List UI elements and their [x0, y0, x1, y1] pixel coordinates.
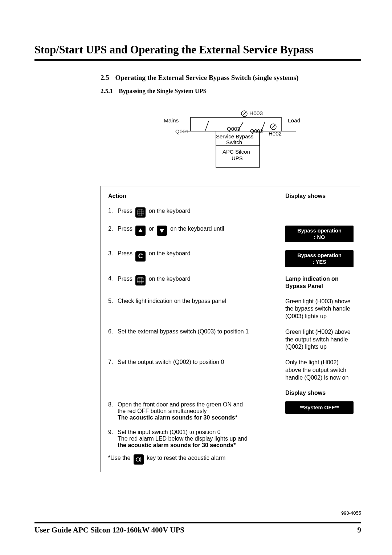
- dl-mains: Mains: [164, 117, 179, 124]
- r2-post: on the keyboard until: [170, 226, 224, 232]
- down-arrow-key-icon: [157, 226, 167, 236]
- r5-disp: Green light (H003) above the bypass swit…: [285, 298, 354, 320]
- row-1: 1. Press on the keyboard: [108, 207, 354, 218]
- dl-ups2: UPS: [232, 155, 243, 161]
- row-5: 5. Check light indication on the bypass …: [108, 298, 354, 320]
- subsection-number: 2.5.1: [101, 88, 113, 94]
- row-7: 7. Set the output switch (Q002) to posit…: [108, 359, 354, 381]
- section-heading: 2.5 Operating the External Service Bypas…: [101, 74, 361, 82]
- note-post: key to reset the acoustic alarm: [147, 455, 225, 461]
- row-9: 9. Set the input switch (Q001) to positi…: [108, 429, 354, 449]
- menu-key-icon: [135, 207, 146, 218]
- r3-num: 3.: [108, 250, 118, 257]
- dl-sw: Switch: [226, 139, 242, 145]
- r7-num: 7.: [108, 359, 118, 365]
- lamp-header-1: Lamp indication on: [285, 275, 354, 283]
- document-number: 990-4055: [341, 510, 361, 516]
- display-bypass-no: Bypass operation : NO: [285, 226, 354, 242]
- footer-guide: User Guide APC Silcon 120-160kW 400V UPS: [34, 526, 184, 535]
- up-arrow-key-icon: [135, 226, 146, 236]
- dl-h002: H002: [269, 130, 282, 137]
- r8-num: 8.: [108, 401, 118, 408]
- footer: User Guide APC Silcon 120-160kW 400V UPS…: [34, 522, 361, 535]
- display-header-2-row: Display shows: [108, 390, 354, 396]
- dl-ups1: APC Silcon: [222, 149, 250, 155]
- dl-load: Load: [288, 117, 300, 124]
- r1-post: on the keyboard: [149, 208, 191, 214]
- row-4: 4. Press on the keyboard Lamp indication…: [108, 275, 354, 290]
- row-3: 3. Press C on the keyboard Bypass operat…: [108, 250, 354, 267]
- r4-pre: Press: [118, 276, 132, 282]
- svg-line-7: [205, 121, 209, 131]
- dl-q001: Q001: [175, 128, 189, 134]
- row-8: 8. Open the front door and press the gre…: [108, 401, 354, 421]
- display-bypass-yes: Bypass operation : YES: [285, 250, 354, 267]
- r6-disp: Green light (H002) above the output swit…: [285, 328, 354, 351]
- wiring-diagram: Mains Load H003 Q001 Q003 Q002 H002 Serv…: [34, 109, 361, 177]
- r5-txt: Check light indication on the bypass pan…: [118, 298, 250, 304]
- dl-sb: Service Bypass: [216, 133, 253, 139]
- section-number: 2.5: [101, 74, 109, 81]
- alarm-reset-key-icon: [134, 454, 144, 465]
- procedure-table: Action Display shows 1. Press on the key…: [101, 186, 361, 472]
- document-page: Stop/Start UPS and Operating the Externa…: [0, 0, 392, 555]
- dl-q003: Q003: [227, 126, 240, 132]
- subsection-title: Bypassing the Single System UPS: [119, 88, 207, 94]
- r3-pre: Press: [118, 250, 132, 256]
- r9-bold: the acoustic alarm sounds for 30 seconds…: [118, 442, 236, 448]
- r4-num: 4.: [108, 275, 118, 282]
- r3-post: on the keyboard: [149, 250, 191, 256]
- r7-txt: Set the output switch (Q002) to position…: [118, 359, 250, 365]
- c-key-icon: C: [135, 251, 146, 262]
- r7-disp: Only the light (H002) above the output s…: [285, 359, 354, 381]
- r1-pre: Press: [118, 208, 132, 214]
- r2-num: 2.: [108, 226, 118, 232]
- r6-txt: Set the external bypass switch (Q003) to…: [118, 328, 250, 335]
- r9-txt1: Set the input switch (Q001) to position …: [118, 429, 221, 435]
- r9-num: 9.: [108, 429, 118, 436]
- r2-pre: Press: [118, 226, 132, 232]
- r2-mid: or: [149, 226, 156, 232]
- header-display: Display shows: [285, 193, 354, 199]
- page-number: 9: [358, 526, 362, 535]
- row-2: 2. Press or on the keyboard until Bypass…: [108, 226, 354, 242]
- dl-h003: H003: [249, 110, 263, 117]
- r9-txt2: The red alarm LED below the display ligh…: [118, 436, 248, 442]
- rule-top: [34, 59, 361, 61]
- r4-post: on the keyboard: [149, 276, 191, 282]
- r8-txt1: Open the front door and press the green …: [118, 401, 243, 414]
- chapter-title: Stop/Start UPS and Operating the Externa…: [34, 44, 361, 59]
- rule-footer: [34, 522, 361, 523]
- r6-num: 6.: [108, 328, 118, 335]
- r5-num: 5.: [108, 298, 118, 304]
- r8-bold: The acoustic alarm sounds for 30 seconds…: [118, 414, 237, 421]
- menu-key-icon-2: [135, 275, 146, 285]
- svg-marker-21: [138, 228, 143, 232]
- r1-num: 1.: [108, 207, 118, 214]
- svg-marker-22: [160, 229, 164, 233]
- lamp-header-2: Bypass Panel: [285, 283, 354, 290]
- row-6: 6. Set the external bypass switch (Q003)…: [108, 328, 354, 351]
- note-pre: *Use the: [108, 455, 132, 461]
- diagram-svg: [34, 109, 361, 177]
- section-title: Operating the External Service Bypass Sw…: [115, 74, 299, 81]
- subsection-heading: 2.5.1 Bypassing the Single System UPS: [101, 88, 361, 95]
- display-header-2: Display shows: [285, 390, 354, 396]
- footnote: *Use the key to reset the acoustic alarm: [108, 454, 354, 465]
- display-system-off: **System OFF**: [285, 401, 354, 414]
- header-action: Action: [108, 193, 250, 199]
- table-header-row: Action Display shows: [108, 193, 354, 199]
